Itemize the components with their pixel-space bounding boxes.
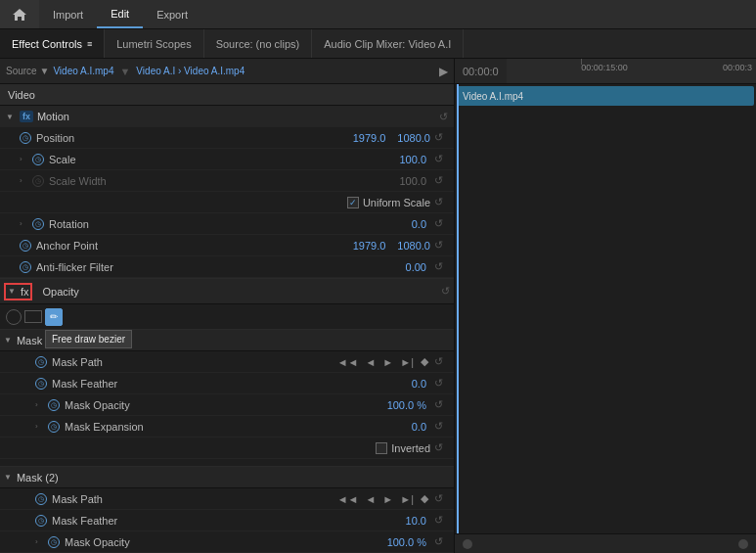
mask1-path-timer[interactable]: ◷ bbox=[35, 356, 47, 368]
antiflicker-row: ◷ Anti-flicker Filter 0.00 ↺ bbox=[0, 256, 454, 278]
mask1-feather-timer[interactable]: ◷ bbox=[35, 378, 47, 390]
uniform-scale-row: ✓ Uniform Scale ↺ bbox=[0, 192, 454, 213]
position-row: ◷ Position 1979.0 1080.0 ↺ bbox=[0, 127, 454, 149]
mask2-opacity-row: › ◷ Mask Opacity 100.0 % ↺ bbox=[0, 531, 454, 553]
opacity-header[interactable]: ▼ fx Opacity ↺ bbox=[0, 279, 454, 304]
timeline-clip[interactable]: Video A.I.mp4 bbox=[457, 86, 754, 106]
scale-width-value[interactable]: 100.0 bbox=[399, 175, 426, 187]
antiflicker-timer[interactable]: ◷ bbox=[20, 261, 31, 273]
mask1-expansion-toggle[interactable]: › bbox=[35, 422, 45, 432]
antiflicker-reset[interactable]: ↺ bbox=[430, 259, 446, 275]
mask1-expansion-reset[interactable]: ↺ bbox=[430, 419, 446, 435]
uniform-scale-label: Uniform Scale bbox=[363, 197, 430, 208]
mask2-path-timer[interactable]: ◷ bbox=[35, 493, 47, 505]
mask1-header[interactable]: ▼ Mask (1) bbox=[0, 330, 454, 351]
home-button[interactable] bbox=[0, 0, 39, 28]
time-current: 00:00:0 bbox=[455, 66, 507, 77]
mask2-opacity-timer[interactable]: ◷ bbox=[48, 536, 60, 548]
rotation-reset[interactable]: ↺ bbox=[430, 216, 446, 232]
anchor-reset[interactable]: ↺ bbox=[430, 238, 446, 253]
rotation-timer[interactable]: ◷ bbox=[32, 218, 44, 230]
mask2-play-btn[interactable]: ► bbox=[380, 492, 395, 506]
tab-lumetri[interactable]: Lumetri Scopes bbox=[105, 29, 203, 58]
tab-effect-controls[interactable]: Effect Controls ≡ bbox=[0, 29, 105, 58]
position-timer[interactable]: ◷ bbox=[20, 132, 31, 144]
anchor-timer[interactable]: ◷ bbox=[20, 240, 31, 252]
mask1-opacity-toggle[interactable]: › bbox=[35, 400, 45, 410]
mask1-first-btn[interactable]: ◄◄ bbox=[335, 355, 361, 369]
mask1-chevron: ▼ bbox=[4, 336, 12, 345]
anchor-y[interactable]: 1080.0 bbox=[397, 240, 430, 252]
pen-mask-button[interactable]: ✏ bbox=[45, 308, 63, 326]
bottom-left-indicator bbox=[463, 539, 472, 549]
mask1-expansion-label: Mask Expansion bbox=[65, 421, 412, 433]
mask1-prev-btn[interactable]: ◄ bbox=[363, 355, 378, 369]
scale-value[interactable]: 100.0 bbox=[399, 154, 426, 165]
nav-import[interactable]: Import bbox=[39, 0, 97, 28]
uniform-scale-reset[interactable]: ↺ bbox=[430, 195, 446, 210]
scale-reset[interactable]: ↺ bbox=[430, 152, 446, 167]
position-y[interactable]: 1080.0 bbox=[397, 132, 430, 144]
mask2-header[interactable]: ▼ Mask (2) bbox=[0, 467, 454, 488]
position-x[interactable]: 1979.0 bbox=[353, 132, 386, 144]
mask2-opacity-reset[interactable]: ↺ bbox=[430, 534, 446, 550]
mask1-opacity-timer[interactable]: ◷ bbox=[48, 399, 60, 411]
mask2-feather-label: Mask Feather bbox=[52, 515, 406, 527]
play-button[interactable]: ▶ bbox=[439, 65, 448, 78]
mask2-first-btn[interactable]: ◄◄ bbox=[335, 492, 361, 506]
rotation-row: › ◷ Rotation 0.0 ↺ bbox=[0, 213, 454, 235]
rect-mask-button[interactable] bbox=[24, 310, 42, 323]
position-reset[interactable]: ↺ bbox=[430, 130, 446, 146]
scale-timer[interactable]: ◷ bbox=[32, 154, 44, 165]
opacity-reset[interactable]: ↺ bbox=[441, 285, 450, 298]
left-panel: Source ▼ Video A.I.mp4 ▼ Video A.I › Vid… bbox=[0, 59, 455, 553]
uniform-scale-checkbox[interactable]: ✓ bbox=[347, 197, 359, 208]
mask1-feather-value[interactable]: 0.0 bbox=[412, 378, 426, 390]
mask2-next-btn[interactable]: ►| bbox=[398, 492, 416, 506]
motion-group: ▼ fx Motion ↺ ◷ Position 1979.0 1080.0 ↺… bbox=[0, 106, 454, 279]
mask1-path-row: ◷ Mask Path ◄◄ ◄ ► ►| ◆ ↺ bbox=[0, 351, 454, 373]
mask1-add-btn[interactable]: ◆ bbox=[419, 354, 430, 369]
scale-width-toggle[interactable]: › bbox=[20, 176, 29, 186]
mask2-feather-timer[interactable]: ◷ bbox=[35, 515, 47, 527]
mask1-expansion-value[interactable]: 0.0 bbox=[412, 421, 426, 433]
nav-edit[interactable]: Edit bbox=[97, 0, 143, 28]
bottom-right-indicator bbox=[738, 539, 748, 549]
motion-header[interactable]: ▼ fx Motion ↺ bbox=[0, 106, 454, 127]
mask2-feather-value[interactable]: 10.0 bbox=[406, 515, 426, 527]
scale-width-timer[interactable]: ◷ bbox=[32, 175, 44, 187]
timeline-content[interactable]: Video A.I.mp4 bbox=[455, 84, 756, 533]
mask2-feather-reset[interactable]: ↺ bbox=[430, 513, 446, 529]
anchor-x[interactable]: 1979.0 bbox=[353, 240, 386, 252]
motion-reset[interactable]: ↺ bbox=[439, 111, 448, 123]
nav-export[interactable]: Export bbox=[143, 0, 201, 28]
clip-name-link[interactable]: Video A.I › Video A.I.mp4 bbox=[136, 66, 245, 76]
mask1-opacity-reset[interactable]: ↺ bbox=[430, 397, 446, 413]
effects-scroll[interactable]: ▼ fx Motion ↺ ◷ Position 1979.0 1080.0 ↺… bbox=[0, 106, 454, 553]
ellipse-mask-button[interactable] bbox=[6, 309, 22, 325]
scale-toggle[interactable]: › bbox=[20, 155, 29, 164]
mask1-feather-reset[interactable]: ↺ bbox=[430, 376, 446, 392]
mask1-next-btn[interactable]: ►| bbox=[398, 355, 416, 369]
mask2-add-btn[interactable]: ◆ bbox=[419, 491, 430, 506]
mask2-opacity-value[interactable]: 100.0 % bbox=[387, 536, 426, 548]
mask2-opacity-toggle[interactable]: › bbox=[35, 537, 45, 547]
rotation-toggle[interactable]: › bbox=[20, 219, 29, 229]
antiflicker-value[interactable]: 0.00 bbox=[406, 261, 426, 273]
antiflicker-label: Anti-flicker Filter bbox=[36, 261, 406, 273]
mask1-path-reset[interactable]: ↺ bbox=[430, 354, 446, 370]
tab-source[interactable]: Source: (no clips) bbox=[204, 29, 313, 58]
source-file-link[interactable]: Video A.I.mp4 bbox=[53, 66, 113, 76]
inverted-reset[interactable]: ↺ bbox=[430, 440, 446, 456]
source-prefix[interactable]: Source ▼ bbox=[6, 66, 49, 76]
mask1-expansion-timer[interactable]: ◷ bbox=[48, 421, 60, 433]
scale-width-reset[interactable]: ↺ bbox=[430, 173, 446, 189]
mask2-path-reset[interactable]: ↺ bbox=[430, 491, 446, 507]
inverted-checkbox[interactable]: □ bbox=[376, 442, 387, 454]
mask2-prev-btn[interactable]: ◄ bbox=[363, 492, 378, 506]
mask1-opacity-value[interactable]: 100.0 % bbox=[387, 399, 426, 411]
rotation-value[interactable]: 0.0 bbox=[412, 218, 426, 230]
scale-width-label: Scale Width bbox=[49, 175, 399, 187]
mask1-play-btn[interactable]: ► bbox=[380, 355, 395, 369]
tab-audio-mixer[interactable]: Audio Clip Mixer: Video A.I bbox=[312, 29, 464, 58]
